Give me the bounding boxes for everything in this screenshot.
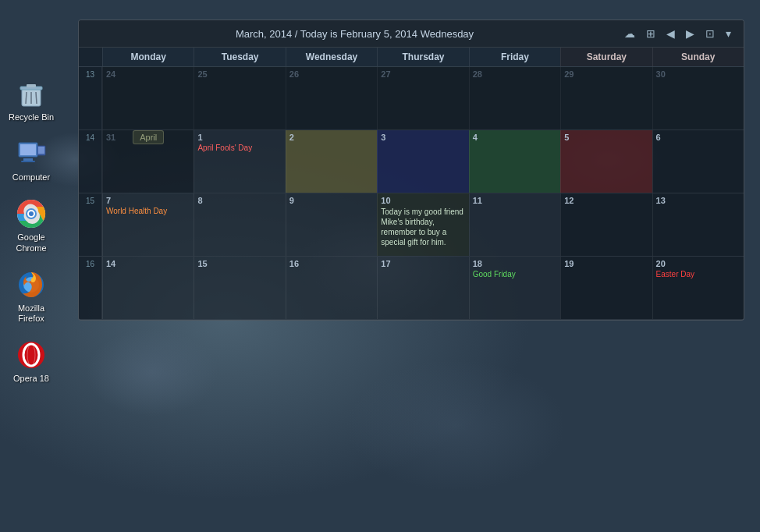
forward-button[interactable]: ▶ bbox=[683, 27, 698, 41]
calendar-title: March, 2014 / Today is February 5, 2014 … bbox=[88, 28, 621, 40]
cell-feb-27[interactable]: 27 bbox=[377, 67, 468, 129]
week-row-15: 15 7 World Health Day 8 9 10 Today is my… bbox=[79, 193, 744, 257]
desktop-icons-panel: Recycle Bin Computer bbox=[0, 0, 62, 532]
cell-mar-1-prev[interactable]: 29 bbox=[560, 67, 652, 129]
calendar-header: March, 2014 / Today is February 5, 2014 … bbox=[79, 20, 744, 48]
event-mike-birthday: Today is my good friend Mike's birthday,… bbox=[381, 207, 465, 247]
cell-apr-3[interactable]: 3 bbox=[377, 130, 468, 193]
chrome-svg bbox=[16, 198, 47, 229]
cell-apr-20[interactable]: 20 Easter Day bbox=[652, 257, 744, 319]
april-month-bubble: April bbox=[133, 130, 164, 144]
cell-apr-9[interactable]: 9 bbox=[286, 193, 377, 256]
event-world-health: World Health Day bbox=[106, 207, 190, 216]
calendar-widget: March, 2014 / Today is February 5, 2014 … bbox=[78, 20, 744, 321]
svg-point-18 bbox=[18, 342, 44, 368]
cloud-button[interactable]: ☁ bbox=[621, 27, 638, 41]
cell-apr-1[interactable]: 1 April Fools' Day bbox=[194, 130, 285, 193]
opera-label: Opera 18 bbox=[13, 374, 49, 384]
mozilla-firefox-icon[interactable]: Mozilla Firefox bbox=[4, 269, 59, 324]
svg-rect-9 bbox=[21, 161, 35, 162]
cell-apr-5[interactable]: 5 bbox=[560, 130, 652, 193]
svg-rect-11 bbox=[38, 147, 44, 154]
cell-apr-6[interactable]: 6 bbox=[652, 130, 744, 193]
week-num-14: 14 bbox=[79, 130, 102, 193]
computer-label: Computer bbox=[12, 172, 50, 183]
svg-line-5 bbox=[36, 92, 37, 104]
firefox-label: Mozilla Firefox bbox=[4, 303, 59, 324]
week-row-16: 16 14 15 16 17 18 Good Friday 19 20 E bbox=[79, 257, 744, 320]
cell-apr-12[interactable]: 12 bbox=[560, 193, 652, 256]
header-thursday: Thursday bbox=[377, 48, 468, 66]
cell-apr-4[interactable]: 4 bbox=[469, 130, 560, 193]
menu-button[interactable]: ▾ bbox=[723, 27, 734, 41]
calendar-controls: ☁ ⊞ ◀ ▶ ⊡ ▾ bbox=[621, 27, 734, 41]
cell-apr-10[interactable]: 10 Today is my good friend Mike's birthd… bbox=[377, 193, 468, 256]
computer-icon[interactable]: Computer bbox=[4, 138, 59, 183]
week-num-13: 13 bbox=[79, 67, 102, 129]
grid-button[interactable]: ⊞ bbox=[643, 27, 659, 41]
week-num-header bbox=[79, 48, 102, 66]
cell-feb-28[interactable]: 28 bbox=[469, 67, 560, 129]
cell-apr-18[interactable]: 18 Good Friday bbox=[469, 257, 560, 319]
back-button[interactable]: ◀ bbox=[663, 27, 678, 41]
svg-rect-8 bbox=[23, 158, 33, 161]
week-num-16: 16 bbox=[79, 257, 102, 319]
cell-apr-16[interactable]: 16 bbox=[286, 257, 377, 319]
opera-icon[interactable]: Opera 18 bbox=[4, 339, 59, 384]
screen-button[interactable]: ⊡ bbox=[702, 27, 718, 41]
cell-mar-31[interactable]: 31 April bbox=[102, 130, 194, 193]
event-good-friday: Good Friday bbox=[473, 270, 557, 279]
cell-apr-15[interactable]: 15 bbox=[194, 257, 285, 319]
header-friday: Friday bbox=[469, 48, 560, 66]
cell-feb-25[interactable]: 25 bbox=[194, 67, 285, 129]
cell-apr-13[interactable]: 13 bbox=[652, 193, 744, 256]
calendar-grid: 13 24 25 26 27 28 29 30 bbox=[79, 67, 744, 320]
opera-svg bbox=[16, 339, 47, 371]
cell-mar-2-prev[interactable]: 30 bbox=[652, 67, 744, 129]
recycle-bin-svg bbox=[16, 78, 47, 109]
week-num-15: 15 bbox=[79, 193, 102, 256]
svg-rect-2 bbox=[27, 84, 36, 87]
chrome-label: Google Chrome bbox=[4, 232, 59, 253]
cell-apr-7[interactable]: 7 World Health Day bbox=[102, 193, 194, 256]
header-saturday: Saturday bbox=[560, 48, 652, 66]
recycle-bin-icon[interactable]: Recycle Bin bbox=[4, 78, 59, 122]
header-sunday: Sunday bbox=[652, 48, 744, 66]
week-row-13: 13 24 25 26 27 28 29 30 bbox=[79, 67, 744, 130]
header-wednesday: Wednesday bbox=[286, 48, 377, 66]
header-monday: Monday bbox=[102, 48, 194, 66]
header-tuesday: Tuesday bbox=[194, 48, 285, 66]
svg-point-15 bbox=[29, 211, 34, 216]
cell-apr-11[interactable]: 11 bbox=[469, 193, 560, 256]
firefox-svg bbox=[16, 269, 47, 300]
cell-apr-17[interactable]: 17 bbox=[377, 257, 468, 319]
cell-apr-14[interactable]: 14 bbox=[102, 257, 194, 319]
cell-feb-26[interactable]: 26 bbox=[286, 67, 377, 129]
cell-apr-8[interactable]: 8 bbox=[194, 193, 285, 256]
svg-rect-7 bbox=[20, 144, 36, 155]
cell-feb-24[interactable]: 24 bbox=[102, 67, 194, 129]
week-row-14: 14 31 April 1 April Fools' Day 2 3 4 5 bbox=[79, 130, 744, 193]
calendar-day-headers: Monday Tuesday Wednesday Thursday Friday… bbox=[79, 48, 744, 67]
event-april-fools: April Fools' Day bbox=[197, 144, 282, 153]
recycle-bin-label: Recycle Bin bbox=[9, 112, 54, 122]
svg-line-3 bbox=[26, 92, 27, 104]
event-easter: Easter Day bbox=[656, 270, 740, 279]
cell-apr-2[interactable]: 2 bbox=[286, 130, 377, 193]
google-chrome-icon[interactable]: Google Chrome bbox=[4, 198, 59, 253]
computer-svg bbox=[16, 138, 47, 169]
cell-apr-19[interactable]: 19 bbox=[560, 257, 652, 319]
